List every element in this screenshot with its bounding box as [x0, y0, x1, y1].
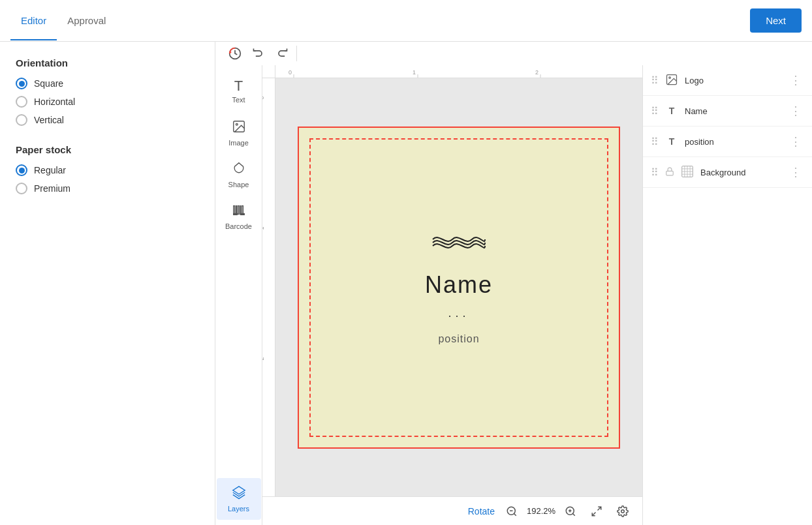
- orientation-horizontal[interactable]: Horizontal: [16, 96, 199, 108]
- app-header: Editor Approval Next: [0, 0, 812, 42]
- position-layer-icon: T: [665, 135, 678, 148]
- svg-point-2: [236, 123, 238, 125]
- fullscreen-button[interactable]: [587, 502, 606, 520]
- next-button[interactable]: Next: [750, 8, 802, 33]
- svg-text:0: 0: [262, 96, 265, 99]
- svg-point-31: [669, 76, 671, 78]
- paper-stock-section: Paper stock Regular Premium: [16, 144, 199, 194]
- svg-marker-10: [232, 487, 244, 494]
- tool-layers[interactable]: Layers: [217, 478, 261, 520]
- paper-regular[interactable]: Regular: [16, 164, 199, 176]
- layer-more-logo[interactable]: ⋮: [787, 72, 804, 89]
- svg-rect-8: [233, 214, 237, 215]
- layer-more-position[interactable]: ⋮: [787, 133, 804, 150]
- card-canvas: Name ··· position: [298, 127, 620, 449]
- history-button[interactable]: [223, 42, 247, 65]
- paper-premium-label: Premium: [34, 183, 70, 194]
- tool-shape[interactable]: Shape: [217, 154, 261, 196]
- drag-handle-position: ⠿: [651, 136, 659, 148]
- ruler-body: 0 1 2: [262, 78, 642, 496]
- name-layer-icon: T: [665, 104, 678, 117]
- drag-handle-background: ⠿: [651, 166, 659, 179]
- barcode-icon: [232, 203, 246, 220]
- orientation-square[interactable]: Square: [16, 78, 199, 89]
- radio-premium: [16, 183, 27, 194]
- undo-button[interactable]: [247, 42, 270, 65]
- zoom-controls: 192.2%: [503, 502, 580, 520]
- orientation-vertical-label: Vertical: [34, 115, 64, 125]
- shape-label: Shape: [228, 181, 249, 188]
- radio-horizontal: [16, 96, 27, 108]
- main-layout: Orientation Square Horizontal Vertical P…: [0, 42, 812, 525]
- text-label: Text: [232, 96, 245, 104]
- svg-text:1: 1: [413, 69, 416, 76]
- rotate-button[interactable]: Rotate: [468, 506, 495, 517]
- paper-stock-title: Paper stock: [16, 144, 199, 155]
- paper-regular-label: Regular: [34, 165, 66, 175]
- drag-handle-logo: ⠿: [651, 74, 659, 87]
- drag-handle-name: ⠿: [651, 105, 659, 117]
- orientation-horizontal-label: Horizontal: [34, 97, 75, 107]
- svg-point-29: [621, 509, 625, 513]
- layers-list: ⠿ Logo ⋮ ⠿ T: [643, 65, 812, 525]
- logo-layer-icon: [665, 73, 678, 88]
- svg-text:0: 0: [289, 69, 292, 76]
- settings-button[interactable]: [614, 502, 632, 520]
- svg-text:2: 2: [262, 357, 265, 360]
- radio-square: [16, 78, 27, 89]
- layer-item-logo[interactable]: ⠿ Logo ⋮: [643, 65, 812, 96]
- layer-name-position: position: [685, 137, 781, 147]
- orientation-section: Orientation Square Horizontal Vertical: [16, 57, 199, 126]
- svg-rect-4: [236, 206, 236, 215]
- canvas-scroll[interactable]: Name ··· position: [275, 78, 642, 496]
- barcode-label: Barcode: [225, 222, 252, 230]
- right-panel: ⠿ Logo ⋮ ⠿ T: [642, 65, 812, 525]
- canvas-toolbar: [215, 42, 812, 65]
- tool-text[interactable]: T Text: [217, 70, 261, 112]
- svg-line-28: [592, 512, 595, 515]
- layer-item-position[interactable]: ⠿ T position ⋮: [643, 127, 812, 157]
- background-layer-icon: [681, 165, 694, 180]
- svg-rect-32: [666, 171, 674, 175]
- ruler-top-row: 0 1 2: [262, 65, 642, 78]
- zoom-value: 192.2%: [526, 506, 556, 516]
- ruler-vertical: 0 1 2: [262, 78, 275, 496]
- svg-rect-7: [242, 206, 243, 215]
- text-icon: T: [234, 79, 243, 93]
- svg-line-21: [514, 513, 516, 515]
- svg-text:1: 1: [262, 226, 265, 230]
- redo-button[interactable]: [270, 42, 294, 65]
- image-label: Image: [228, 139, 249, 147]
- shape-icon: [232, 161, 246, 178]
- canvas-area: 0 1 2 0: [262, 65, 642, 525]
- ruler-corner: [262, 65, 275, 78]
- layer-more-name[interactable]: ⋮: [787, 102, 804, 119]
- left-sidebar: Orientation Square Horizontal Vertical P…: [0, 42, 215, 525]
- tab-approval[interactable]: Approval: [57, 2, 116, 40]
- svg-line-27: [598, 507, 601, 510]
- ruler-horizontal: 0 1 2: [275, 65, 642, 78]
- svg-line-24: [572, 513, 574, 515]
- zoom-out-button[interactable]: [503, 502, 521, 520]
- radio-vertical: [16, 114, 27, 126]
- svg-rect-6: [240, 206, 240, 215]
- radio-regular: [16, 164, 27, 176]
- orientation-title: Orientation: [16, 57, 199, 68]
- svg-rect-9: [240, 214, 244, 215]
- svg-rect-3: [233, 206, 234, 215]
- layer-name-background: Background: [700, 168, 781, 177]
- layer-more-background[interactable]: ⋮: [787, 164, 804, 181]
- layer-name-logo: Logo: [685, 76, 781, 85]
- image-icon: [232, 119, 246, 136]
- zoom-in-button[interactable]: [561, 502, 580, 520]
- bottom-bar: Rotate 192.2%: [262, 496, 642, 525]
- paper-premium[interactable]: Premium: [16, 183, 199, 194]
- tab-editor[interactable]: Editor: [10, 2, 57, 40]
- layer-item-name[interactable]: ⠿ T Name ⋮: [643, 96, 812, 127]
- layer-name-name: Name: [685, 106, 781, 116]
- orientation-vertical[interactable]: Vertical: [16, 114, 199, 126]
- tool-barcode[interactable]: Barcode: [217, 196, 261, 237]
- layer-item-background[interactable]: ⠿: [643, 157, 812, 188]
- tool-image[interactable]: Image: [217, 112, 261, 154]
- toolbar-divider: [296, 46, 297, 61]
